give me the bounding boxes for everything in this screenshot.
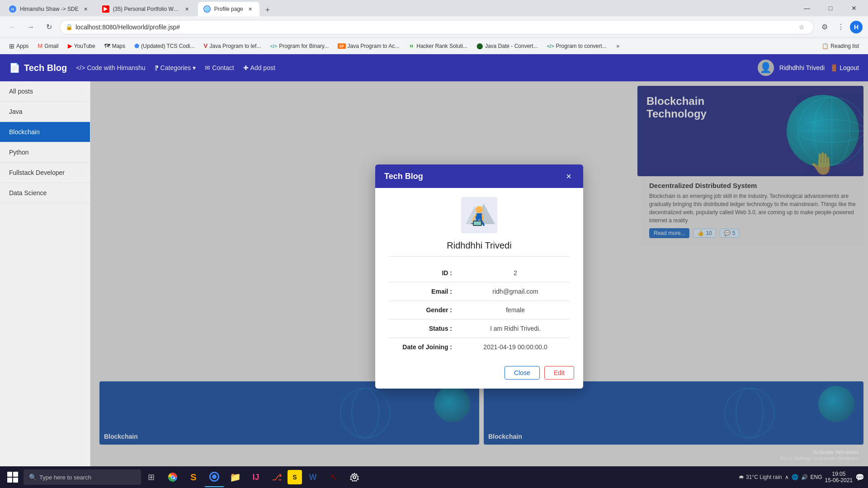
settings-icon bbox=[350, 473, 359, 482]
modal-field-gender-value: female bbox=[461, 306, 570, 314]
content-area: Blockchain Technology 🤚 Decentralized Di… bbox=[90, 81, 868, 472]
back-button[interactable]: ← bbox=[5, 20, 20, 34]
taskbar-chrome-active-app[interactable] bbox=[204, 467, 224, 487]
forward-button[interactable]: → bbox=[24, 20, 38, 34]
svg-point-24 bbox=[353, 476, 356, 479]
start-button[interactable] bbox=[4, 468, 22, 486]
sidebar-item-java[interactable]: Java bbox=[0, 102, 90, 122]
sidebar-item-blockchain[interactable]: Blockchain bbox=[0, 122, 90, 142]
reading-list-label: Reading list bbox=[830, 43, 859, 49]
logout-button[interactable]: 🚪 Logout bbox=[830, 64, 859, 71]
taskbar-git-app[interactable]: ⎇ bbox=[267, 467, 287, 487]
bookmark-java-date[interactable]: ⬤ Java Date - Convert... bbox=[473, 41, 542, 51]
bookmark-tcs[interactable]: ⬟ (Updated) TCS Codi... bbox=[131, 41, 198, 51]
weather-text: 31°C Light rain bbox=[746, 474, 782, 480]
nav-contact[interactable]: ✉ Contact bbox=[205, 64, 234, 71]
taskbar-settings-app[interactable] bbox=[344, 467, 364, 487]
nav-categories[interactable]: ⁋ Categories ▾ bbox=[155, 64, 196, 71]
modal-title: Tech Blog bbox=[384, 172, 423, 181]
sidebar-item-allposts[interactable]: All posts bbox=[0, 81, 90, 102]
notification-icon[interactable]: 💬 bbox=[855, 473, 864, 482]
bookmark-star-button[interactable]: ☆ bbox=[795, 21, 808, 33]
bookmark-convert[interactable]: </> Program to convert... bbox=[543, 41, 610, 51]
taskbar-search[interactable]: 🔍 Type here to search bbox=[24, 469, 141, 485]
sidebar-item-fullstack[interactable]: Fullstack Developer bbox=[0, 163, 90, 183]
task-view-button[interactable]: ⊞ bbox=[143, 469, 159, 485]
bookmark-apps-label: Apps bbox=[16, 43, 28, 49]
bookmark-apps[interactable]: ⊞ Apps bbox=[5, 41, 32, 52]
nav-code-with-himanshu[interactable]: </> Code with Himanshu bbox=[76, 64, 145, 71]
tab-youtube[interactable]: (35) Personal Portfolio Website u... ✕ bbox=[97, 2, 196, 16]
nav-add-post-label: Add post bbox=[250, 64, 275, 71]
svg-point-11 bbox=[476, 206, 483, 213]
taskbar-system-icons: ∧ 🌐 🔊 bbox=[785, 474, 808, 480]
add-post-icon: ✚ bbox=[243, 64, 249, 71]
taskbar-right: 🌧 31°C Light rain ∧ 🌐 🔊 ENG 19:05 15-06-… bbox=[739, 471, 864, 483]
refresh-button[interactable]: ↻ bbox=[42, 20, 56, 34]
tab-close-youtube[interactable]: ✕ bbox=[184, 5, 191, 13]
chrome-actions: ⚙ ⋮ H bbox=[817, 20, 863, 34]
extensions-button[interactable]: ⚙ bbox=[817, 20, 832, 34]
bookmark-maps[interactable]: 🗺 Maps bbox=[101, 41, 129, 51]
youtube-icon: ▶ bbox=[68, 42, 72, 49]
bookmark-binary[interactable]: </> Program for Binary... bbox=[266, 41, 332, 51]
bookmark-more-items[interactable]: » bbox=[613, 41, 623, 51]
minimize-button[interactable]: — bbox=[797, 1, 817, 15]
bookmark-gmail[interactable]: M Gmail bbox=[34, 41, 62, 51]
bookmark-java1[interactable]: V Java Program to lef... bbox=[200, 41, 265, 51]
chrome-icon bbox=[168, 472, 178, 482]
taskbar-terminal-app[interactable]: S bbox=[288, 470, 302, 484]
lock-icon: 🔒 bbox=[66, 23, 73, 30]
tab-close-profile[interactable]: ✕ bbox=[247, 5, 254, 13]
close-button[interactable]: ✕ bbox=[844, 1, 864, 15]
menu-button[interactable]: ⋮ bbox=[834, 20, 848, 34]
volume-icon[interactable]: 🔊 bbox=[801, 474, 808, 480]
modal-field-id-value: 2 bbox=[461, 269, 570, 277]
taskbar-sublimetext-app[interactable]: S bbox=[184, 467, 203, 487]
nav-user-name: Ridhdhhi Trivedi bbox=[779, 64, 825, 71]
browser-profile[interactable]: H bbox=[850, 21, 863, 33]
taskbar-cursor-app[interactable]: ↖ bbox=[324, 467, 344, 487]
modal-close-button[interactable]: Close bbox=[505, 366, 540, 380]
nav-contact-label: Contact bbox=[212, 64, 234, 71]
tab-close-himanshu[interactable]: ✕ bbox=[82, 5, 90, 13]
modal-field-status: Status : I am Ridhi Trivedi. bbox=[389, 319, 570, 338]
modal-edit-button[interactable]: Edit bbox=[544, 366, 574, 380]
svg-line-19 bbox=[482, 215, 483, 221]
svg-rect-17 bbox=[474, 221, 481, 225]
bookmark-binary-label: Program for Binary... bbox=[279, 43, 329, 49]
code-icon: </> bbox=[76, 64, 85, 71]
modal-field-email: Email : ridh@gmail.com bbox=[389, 282, 570, 301]
bookmark-java2[interactable]: SF Java Program to Ac... bbox=[334, 41, 403, 51]
tab-title-profile: Profile page bbox=[214, 6, 243, 12]
bookmark-hacker[interactable]: H Hacker Rank Soluti... bbox=[405, 41, 471, 51]
taskbar-files-app[interactable]: 📁 bbox=[225, 467, 245, 487]
taskbar-word-app[interactable]: W bbox=[303, 467, 323, 487]
new-tab-button[interactable]: + bbox=[261, 4, 274, 16]
taskbar-chrome-app[interactable] bbox=[163, 467, 183, 487]
network-icon: 🌐 bbox=[792, 474, 798, 480]
tab-himanshu[interactable]: H Himanshu Shaw -> SDE ✕ bbox=[4, 2, 95, 16]
bookmarks-bar: ⊞ Apps M Gmail ▶ YouTube 🗺 Maps ⬟ (Updat… bbox=[0, 38, 868, 54]
url-bar[interactable]: 🔒 localhost:8080/Helloworld/profile.jsp#… bbox=[60, 20, 814, 34]
url-text: localhost:8080/Helloworld/profile.jsp# bbox=[75, 23, 793, 31]
avatar-svg bbox=[461, 197, 497, 233]
nav-categories-label: Categories bbox=[160, 64, 191, 71]
user-avatar[interactable]: 👤 bbox=[758, 60, 774, 76]
clock: 19:05 15-06-2021 bbox=[825, 471, 853, 483]
more-bookmarks-icon: » bbox=[617, 43, 620, 49]
sidebar-item-python[interactable]: Python bbox=[0, 142, 90, 163]
sidebar-item-datascience[interactable]: Data Science bbox=[0, 183, 90, 203]
contact-icon: ✉ bbox=[205, 64, 210, 71]
nav-add-post[interactable]: ✚ Add post bbox=[243, 64, 275, 71]
maximize-button[interactable]: □ bbox=[820, 1, 841, 15]
taskbar-intellij-app[interactable]: IJ bbox=[246, 467, 266, 487]
chevron-up-icon[interactable]: ∧ bbox=[785, 474, 789, 480]
modal-close-x-button[interactable]: × bbox=[563, 171, 574, 182]
bookmark-youtube[interactable]: ▶ YouTube bbox=[64, 41, 99, 51]
tab-profile[interactable]: 🌐 Profile page ✕ bbox=[198, 2, 259, 16]
svg-rect-12 bbox=[476, 213, 483, 220]
reading-list-button[interactable]: 📋 Reading list bbox=[818, 41, 863, 51]
bookmark-maps-label: Maps bbox=[112, 43, 125, 49]
tcs-icon: ⬟ bbox=[134, 42, 139, 49]
